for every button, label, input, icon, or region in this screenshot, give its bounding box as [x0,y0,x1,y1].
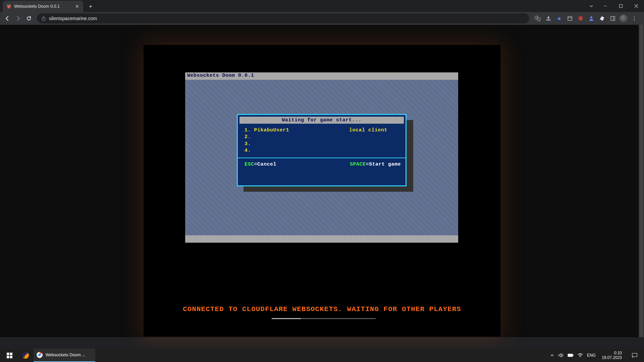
player-role: local client [349,127,401,134]
player-row: 4. [245,147,401,154]
extensions-row: 文A ★ ⋮ [533,13,641,23]
svg-point-21 [580,357,581,357]
reader-icon[interactable] [565,13,575,23]
connection-status: CONNECTED TO CLOUDFLARE WEBSOCKETS. WAIT… [144,305,500,313]
progress-bar [272,318,376,319]
esc-key-label: ESC [245,162,254,167]
firefox-taskbar-icon[interactable] [17,349,34,362]
taskbar-app-label: Websockets Doom ... [46,353,86,357]
taskbar-clock[interactable]: 0:10 19.07.2023 [600,351,624,360]
cancel-label: =Cancel [254,162,277,167]
game-container: Websockets Doom 0.0.1 Waiting for game s… [144,45,500,337]
vertical-scrollbar[interactable] [639,25,644,337]
dos-window-body: Waiting for game start... 1. PikabuUser1… [185,80,458,235]
system-tray: ENG 0:10 19.07.2023 [550,349,643,362]
viewport: Websockets Doom 0.0.1 Waiting for game s… [0,25,644,337]
dialog-footer: ESC=Cancel SPACE=Start game [238,158,406,170]
player-slot: 4. [245,147,251,154]
svg-rect-22 [632,353,637,357]
svg-rect-2 [42,18,45,20]
volume-icon[interactable] [558,353,564,358]
forward-button[interactable] [13,14,23,23]
close-icon[interactable]: ✕ [74,4,80,9]
new-tab-button[interactable]: ＋ [86,2,95,11]
svg-rect-10 [611,16,615,20]
wifi-icon[interactable] [578,353,583,358]
address-bar[interactable]: silentspacemarine.com [37,13,529,23]
svg-rect-15 [10,356,12,358]
windows-taskbar: Websockets Doom ... ENG 0:10 19.07.2023 [0,349,644,362]
extensions-icon[interactable] [597,13,607,23]
start-hint: SPACE=Start game [350,162,401,167]
player-list: 1. PikabuUser1 local client 2. 3. 4. [238,124,406,158]
scrollbar-thumb[interactable] [639,25,643,337]
translate-icon[interactable]: 文A [533,13,543,23]
start-label: =Start game [366,162,401,167]
svg-rect-1 [620,5,623,8]
svg-text:A: A [538,18,540,20]
browser-tab[interactable]: 👹 Websockets Doom 0.0.1 ✕ [3,1,83,12]
profile-avatar[interactable] [619,13,629,23]
player-name: PikabuUser1 [254,127,289,133]
action-center-icon[interactable] [628,349,641,362]
player-row: 1. PikabuUser1 local client [245,127,401,134]
window-close-button[interactable] [629,0,644,12]
minimize-button[interactable] [598,0,613,12]
player-slot: 2. [245,134,251,140]
battery-icon[interactable] [568,353,574,357]
maximize-button[interactable] [613,0,629,12]
progress-fill [272,318,301,319]
svg-rect-19 [568,354,573,357]
svg-rect-14 [7,356,9,358]
back-button[interactable] [3,14,12,23]
player-slot: 3. [245,141,251,147]
svg-rect-20 [573,355,573,356]
extension-person-icon[interactable] [586,13,596,23]
chrome-icon [36,352,43,358]
svg-point-9 [590,16,592,18]
language-indicator[interactable]: ENG [587,353,596,358]
sidepanel-icon[interactable] [608,13,618,23]
kebab-menu-icon[interactable]: ⋮ [629,13,639,23]
tray-chevron-icon[interactable] [550,353,554,357]
waiting-dialog: Waiting for game start... 1. PikabuUser1… [237,114,407,186]
space-key-label: SPACE [350,162,366,167]
player-row: 2. [245,134,401,140]
ublock-icon[interactable] [576,13,586,23]
window-controls [585,0,644,12]
share-icon[interactable] [543,13,553,23]
tab-title: Websockets Doom 0.0.1 [14,4,72,9]
svg-text:文: 文 [536,16,538,19]
start-button[interactable] [1,349,17,362]
dos-window: Websockets Doom 0.0.1 Waiting for game s… [185,72,458,243]
svg-rect-13 [10,353,12,355]
chrome-taskbar-app[interactable]: Websockets Doom ... [34,349,95,362]
svg-rect-7 [568,16,572,20]
player-row: 3. [245,141,401,147]
cancel-hint: ESC=Cancel [245,162,276,167]
player-slot: 1. [245,127,251,133]
dialog-title: Waiting for game start... [239,117,404,124]
lock-icon [42,16,46,21]
bookmark-icon[interactable]: ★ [554,13,564,23]
svg-rect-12 [7,353,9,355]
tab-search-button[interactable] [585,0,598,12]
tab-strip: 👹 Websockets Doom 0.0.1 ✕ ＋ [0,0,644,12]
clock-date: 19.07.2023 [602,355,622,360]
clock-time: 0:10 [602,351,622,355]
browser-toolbar: silentspacemarine.com 文A ★ ⋮ [0,12,644,25]
reload-button[interactable] [24,14,34,23]
url-text: silentspacemarine.com [49,16,97,21]
dos-window-title: Websockets Doom 0.0.1 [185,72,458,80]
tab-favicon-icon: 👹 [6,4,11,9]
